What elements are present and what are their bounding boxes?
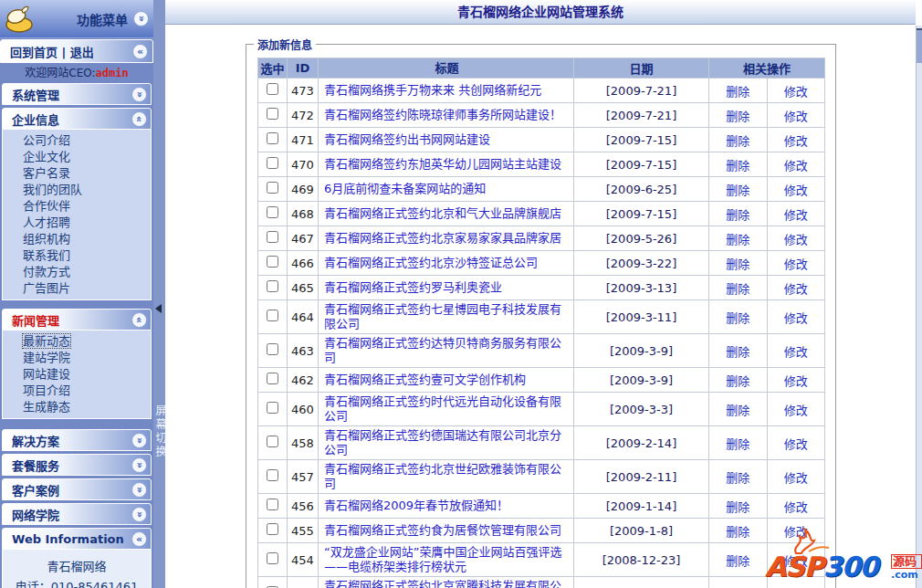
row-select-checkbox[interactable] — [267, 231, 278, 243]
row-title-link[interactable]: 青石榴网络正式签约达特贝特商务服务有限公司 — [324, 336, 561, 364]
chevron-up-icon[interactable]: « — [131, 111, 147, 127]
row-select-checkbox[interactable] — [267, 402, 278, 414]
row-title-link[interactable]: 青石榴网络签约陈晓琼律师事务所网站建设！ — [324, 108, 561, 121]
row-select-checkbox[interactable] — [267, 256, 278, 268]
row-select-checkbox[interactable] — [267, 132, 278, 144]
chevron-down-icon[interactable]: « — [131, 507, 147, 522]
delete-link[interactable]: 删除 — [726, 404, 749, 417]
edit-link[interactable]: 修改 — [784, 374, 808, 388]
edit-link[interactable]: 修改 — [784, 233, 808, 247]
sidebar-item[interactable]: 最新动态 — [3, 333, 151, 350]
sidebar-item[interactable]: 合作伙伴 — [3, 198, 151, 215]
sidebar-item[interactable]: 组织机构 — [3, 231, 151, 247]
sidebar-item[interactable]: 联系我们 — [3, 247, 151, 264]
row-select-checkbox[interactable] — [267, 280, 278, 292]
sidebar-section-header[interactable]: 客户案例« — [2, 478, 152, 500]
edit-link[interactable]: 修改 — [784, 159, 808, 173]
delete-link[interactable]: 删除 — [726, 85, 749, 99]
logout-link[interactable]: 退出 — [70, 46, 94, 59]
edit-link[interactable]: 修改 — [784, 282, 808, 296]
row-select-checkbox[interactable] — [267, 373, 278, 384]
delete-link[interactable]: 删除 — [726, 500, 749, 514]
collapse-left-icon[interactable]: « — [131, 531, 147, 547]
delete-link[interactable]: 删除 — [726, 282, 749, 296]
collapse-left-icon[interactable]: « — [132, 44, 148, 59]
sidebar-item[interactable]: 公司介绍 — [3, 132, 151, 149]
edit-link[interactable]: 修改 — [784, 85, 808, 99]
delete-link[interactable]: 删除 — [726, 374, 749, 388]
sidebar-item[interactable]: 网站建设 — [3, 366, 151, 383]
row-title-link[interactable]: 青石榴网络正式签约北京沙特签证总公司 — [324, 256, 538, 269]
delete-link[interactable]: 删除 — [726, 208, 749, 222]
sidebar-item[interactable]: 人才招聘 — [3, 215, 151, 231]
delete-link[interactable]: 删除 — [726, 233, 749, 247]
delete-link[interactable]: 删除 — [726, 345, 749, 359]
sidebar-item[interactable]: 客户名录 — [3, 165, 151, 182]
vertical-scrollbar[interactable] — [916, 26, 922, 588]
row-select-checkbox[interactable] — [267, 182, 278, 194]
sidebar-section-header[interactable]: 企业信息 « — [2, 108, 152, 130]
row-select-checkbox[interactable] — [267, 206, 278, 218]
row-title-link[interactable]: 青石榴网络正式签约七星博园电子科技发展有限公司 — [324, 302, 561, 331]
delete-link[interactable]: 删除 — [726, 257, 749, 271]
sidebar-item[interactable]: 我们的团队 — [3, 182, 151, 198]
edit-link[interactable]: 修改 — [784, 134, 808, 148]
row-select-checkbox[interactable] — [267, 523, 278, 535]
sidebar-item[interactable]: 企业文化 — [3, 149, 151, 165]
edit-link[interactable]: 修改 — [784, 471, 808, 485]
delete-link[interactable]: 删除 — [726, 525, 749, 539]
sidebar-section-header[interactable]: 套餐服务« — [2, 454, 152, 476]
row-title-link[interactable]: 青石榴网络正式签约罗马利奥瓷业 — [324, 280, 502, 294]
row-title-link[interactable]: “双龙盛企业网站”荣膺中国企业网站百强评选——电缆桥架类排行榜状元 — [324, 545, 561, 573]
edit-link[interactable]: 修改 — [784, 184, 808, 197]
edit-link[interactable]: 修改 — [784, 311, 808, 325]
delete-link[interactable]: 删除 — [726, 159, 749, 173]
sidebar-item[interactable]: 项目介绍 — [3, 383, 151, 399]
sidebar-section-header[interactable]: Web Information « — [2, 528, 152, 550]
delete-link[interactable]: 删除 — [726, 134, 749, 148]
row-select-checkbox[interactable] — [267, 343, 278, 355]
row-title-link[interactable]: 青石榴网络签约东旭英华幼儿园网站主站建设 — [324, 157, 561, 171]
sidebar-item[interactable]: 付款方式 — [3, 264, 151, 280]
delete-link[interactable]: 删除 — [726, 184, 749, 197]
sidebar-section-header[interactable]: 系统管理 « — [2, 83, 152, 105]
row-title-link[interactable]: 6月底前彻查未备案网站的通知 — [324, 182, 486, 195]
sidebar-section-header[interactable]: 解决方案« — [2, 429, 152, 451]
row-select-checkbox[interactable] — [267, 83, 278, 95]
row-title-link[interactable]: 青石榴网络2009年春节放假通知！ — [324, 499, 508, 512]
edit-link[interactable]: 修改 — [784, 500, 808, 514]
sidebar-item[interactable]: 生成静态 — [3, 399, 151, 415]
row-select-checkbox[interactable] — [267, 157, 278, 169]
row-title-link[interactable]: 青石榴网络正式签约壹可文学创作机构 — [324, 373, 526, 386]
sidebar-item[interactable]: 建站学院 — [3, 350, 151, 366]
row-title-link[interactable]: 青石榴网络携手万物来来 共创网络新纪元 — [324, 83, 541, 97]
row-title-link[interactable]: 青石榴网络正式签约北京世纪欧雅装饰有限公司 — [324, 462, 561, 490]
row-title-link[interactable]: 青石榴网络正式签约时代远光自动化设备有限公司 — [324, 394, 561, 423]
home-link[interactable]: 回到首页 — [10, 46, 58, 59]
chevron-down-icon[interactable]: « — [131, 87, 147, 102]
edit-link[interactable]: 修改 — [784, 208, 808, 222]
row-select-checkbox[interactable] — [267, 499, 278, 510]
chevron-down-icon[interactable]: « — [131, 482, 147, 498]
delete-link[interactable]: 删除 — [726, 110, 749, 123]
sidebar-section-header[interactable]: 网络学院« — [2, 503, 152, 525]
edit-link[interactable]: 修改 — [784, 437, 808, 451]
collapse-triangle-icon[interactable] — [155, 304, 162, 313]
row-title-link[interactable]: 青石榴网络正式签约德国瑞达有限公司北京分公司 — [324, 428, 561, 457]
edit-link[interactable]: 修改 — [784, 525, 808, 539]
screen-toggle-strip[interactable]: 屏幕切换 — [153, 0, 165, 588]
chevron-down-icon[interactable]: « — [131, 433, 147, 448]
row-select-checkbox[interactable] — [267, 552, 278, 564]
row-title-link[interactable]: 青石榴网络正式签约食为居餐饮管理有限公司 — [324, 523, 561, 537]
row-title-link[interactable]: 青石榴网络正式签约北京和气大业品牌旗舰店 — [324, 206, 561, 220]
row-select-checkbox[interactable] — [267, 108, 278, 120]
delete-link[interactable]: 删除 — [726, 437, 749, 451]
chevron-down-icon[interactable]: « — [131, 457, 147, 473]
sidebar-item[interactable]: 广告图片 — [3, 280, 151, 297]
row-title-link[interactable]: 青石榴网络正式签约北京家易家家具品牌家居 — [324, 231, 561, 245]
edit-link[interactable]: 修改 — [784, 554, 808, 568]
row-title-link[interactable]: 青石榴网络正式签约北京宽腾科技发展有限公司 — [324, 579, 561, 588]
edit-link[interactable]: 修改 — [784, 404, 808, 417]
edit-link[interactable]: 修改 — [784, 257, 808, 271]
row-select-checkbox[interactable] — [267, 310, 278, 321]
